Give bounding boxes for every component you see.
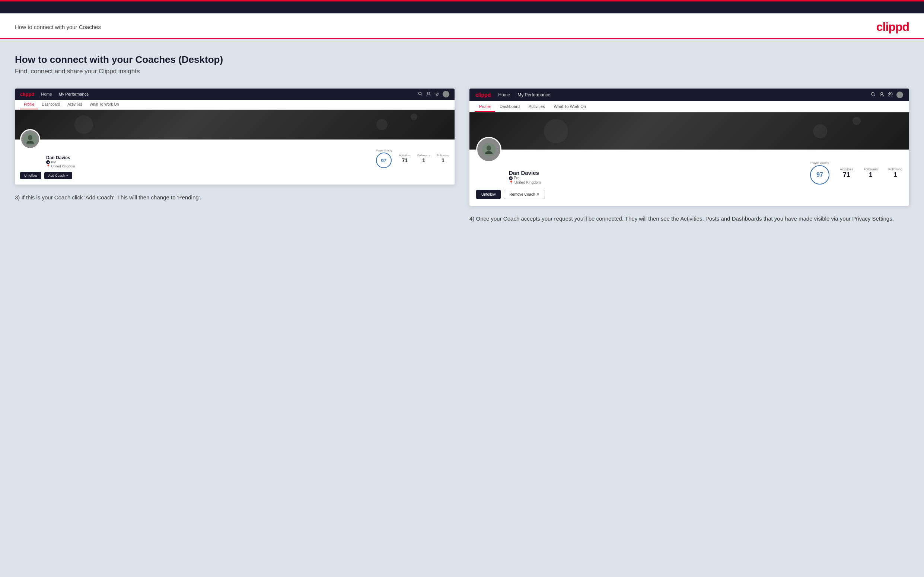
profile-avatar-right: [476, 137, 501, 162]
nav-icons-left: [418, 91, 449, 97]
nav-my-performance-left[interactable]: My Performance: [59, 92, 89, 96]
player-quality-wrap-left: Player Quality 97: [376, 149, 393, 168]
profile-section-left: Dan Davies Pro 📍 United Kingdom: [15, 140, 454, 185]
profile-buttons-right: Unfollow Remove Coach ✕: [476, 190, 902, 199]
nav-my-performance-right[interactable]: My Performance: [517, 92, 550, 97]
banner-decoration-r2: [813, 124, 827, 139]
svg-point-0: [419, 92, 422, 95]
badge-text-right: Pro: [514, 176, 520, 180]
app-navbar-left: clippd Home My Performance: [15, 89, 454, 100]
settings-icon-right[interactable]: [888, 92, 893, 98]
player-quality-circle-left: 97: [376, 153, 392, 168]
unfollow-button-right[interactable]: Unfollow: [476, 190, 501, 199]
tab-activities-left[interactable]: Activities: [64, 100, 86, 110]
plus-icon: +: [66, 174, 68, 177]
profile-badge-right: Pro: [509, 176, 541, 180]
search-icon-right[interactable]: [871, 92, 876, 98]
profile-section-right: Dan Davies Pro 📍 United Kingdom: [470, 150, 909, 206]
svg-point-13: [486, 145, 491, 151]
profile-name-block-right: Dan Davies Pro 📍 United Kingdom: [509, 156, 541, 185]
profile-info-left: Dan Davies Pro 📍 United Kingdom: [46, 143, 449, 168]
person-icon-right[interactable]: [879, 92, 884, 98]
profile-avatar-wrap-right: [476, 137, 501, 162]
profile-banner-right: [470, 112, 909, 150]
app-navbar-right: clippd Home My Performance: [470, 89, 909, 101]
page-header: How to connect with your Coaches clippd: [0, 13, 924, 39]
svg-point-4: [435, 92, 439, 96]
svg-point-7: [872, 93, 874, 96]
stat-activities-label-left: Activities: [399, 154, 410, 157]
stat-followers-value-left: 1: [422, 157, 425, 163]
profile-avatar-wrap-left: [20, 129, 40, 149]
stat-following-left: Following 1: [437, 154, 449, 164]
banner-decoration-3: [410, 113, 417, 120]
add-coach-button-left[interactable]: Add Coach +: [44, 172, 73, 179]
stat-activities-label-right: Activities: [840, 168, 853, 171]
app-tabs-left: Profile Dashboard Activities What To Wor…: [15, 100, 454, 110]
svg-point-3: [436, 93, 438, 95]
avatar-icon-right[interactable]: [897, 92, 903, 98]
remove-coach-button-right[interactable]: Remove Coach ✕: [504, 190, 545, 199]
tab-profile-left[interactable]: Profile: [20, 100, 38, 110]
screenshot-right: clippd Home My Performance: [470, 89, 909, 206]
pq-label-right: Player Quality: [810, 161, 829, 164]
stat-following-value-right: 1: [893, 171, 897, 178]
profile-name-right: Dan Davies: [509, 170, 541, 176]
profile-buttons-left: Unfollow Add Coach +: [20, 172, 449, 179]
top-bar-accent: [0, 0, 924, 2]
badge-dot-right: [509, 176, 513, 180]
banner-decoration-r3: [853, 117, 861, 125]
app-logo-left: clippd: [20, 92, 34, 97]
profile-name-left: Dan Davies: [46, 155, 75, 160]
profile-banner-left: [15, 110, 454, 140]
stat-activities-value-right: 71: [843, 171, 850, 178]
svg-point-9: [881, 93, 883, 95]
content-subheading: Find, connect and share your Clippd insi…: [15, 68, 909, 75]
svg-point-6: [28, 135, 32, 140]
profile-info-right: Dan Davies Pro 📍 United Kingdom: [509, 154, 902, 185]
main-content: How to connect with your Coaches (Deskto…: [0, 39, 924, 577]
badge-text-left: Pro: [51, 160, 56, 164]
svg-point-11: [888, 92, 892, 96]
location-icon-right: 📍: [509, 181, 514, 185]
stat-following-value-left: 1: [441, 157, 444, 163]
profile-stats-right: Player Quality 97 Activities 71 Follower: [810, 161, 902, 185]
tab-activities-right[interactable]: Activities: [524, 101, 549, 112]
badge-dot-left: [46, 160, 50, 164]
stat-followers-label-right: Followers: [863, 168, 878, 171]
right-column: clippd Home My Performance: [470, 89, 909, 223]
svg-point-2: [428, 92, 430, 94]
profile-avatar-left: [20, 129, 40, 149]
banner-bg-right: [470, 112, 909, 150]
unfollow-button-left[interactable]: Unfollow: [20, 172, 41, 179]
screenshot-left: clippd Home My Performance: [15, 89, 454, 185]
tab-dashboard-right[interactable]: Dashboard: [495, 101, 524, 112]
pq-value-left: 97: [381, 158, 386, 163]
tab-what-to-work-on-left[interactable]: What To Work On: [86, 100, 123, 110]
search-icon[interactable]: [418, 91, 423, 97]
profile-name-block-left: Dan Davies Pro 📍 United Kingdom: [46, 145, 75, 168]
profile-location-right: 📍 United Kingdom: [509, 181, 541, 185]
svg-line-1: [421, 95, 422, 96]
banner-decoration: [74, 115, 93, 134]
banner-bg-left: [15, 110, 454, 140]
profile-stats-left: Player Quality 97 Activities 71 Follower: [376, 149, 449, 168]
nav-icons-right: [871, 92, 903, 98]
top-bar: [0, 0, 924, 13]
tab-what-to-work-on-right[interactable]: What To Work On: [549, 101, 590, 112]
nav-home-right[interactable]: Home: [498, 92, 510, 97]
app-tabs-right: Profile Dashboard Activities What To Wor…: [470, 101, 909, 112]
player-quality-circle-right: 97: [810, 165, 829, 185]
clippd-logo: clippd: [876, 20, 909, 34]
nav-home-left[interactable]: Home: [41, 92, 52, 96]
avatar-icon-left[interactable]: [443, 91, 449, 97]
app-logo-right: clippd: [475, 92, 491, 98]
person-icon[interactable]: [426, 91, 431, 97]
settings-icon[interactable]: [435, 91, 439, 97]
svg-line-8: [874, 95, 875, 96]
stat-followers-left: Followers 1: [417, 154, 430, 164]
tab-dashboard-left[interactable]: Dashboard: [38, 100, 64, 110]
tab-profile-right[interactable]: Profile: [475, 101, 495, 112]
banner-decoration-r: [544, 119, 568, 143]
x-icon: ✕: [536, 192, 540, 197]
